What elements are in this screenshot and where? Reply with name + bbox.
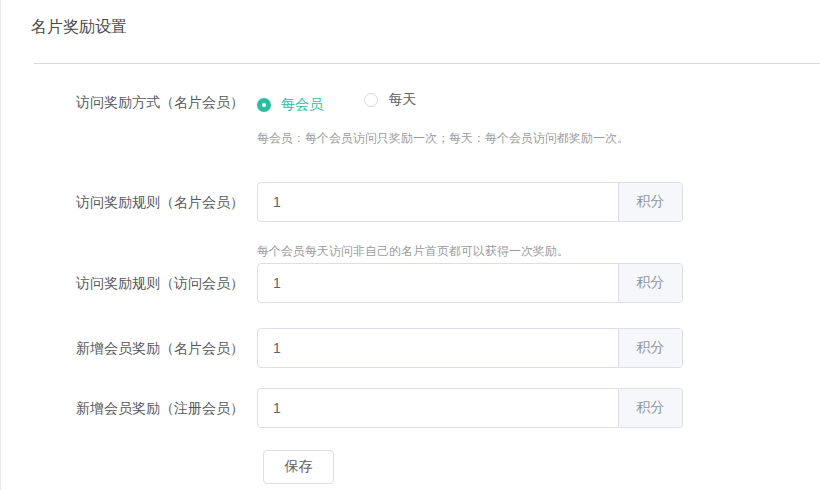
visit-reward-rule-helper-text: 每个会员每天访问非自己的名片首页都可以获得一次奖励。 [257, 243, 820, 259]
radio-unselected-icon [364, 93, 378, 107]
radio-per-member[interactable]: 每会员 [257, 96, 323, 114]
points-input-group: 积分 [257, 328, 683, 368]
reward-mode-helper-text: 每会员：每个会员访问只奖励一次；每天：每个会员访问都奖励一次。 [257, 130, 820, 146]
visit-reward-rule-visitor-input[interactable] [258, 264, 618, 302]
points-unit-append: 积分 [618, 389, 682, 427]
divider [34, 63, 820, 64]
form-row-new-member-reward-card: 新增会员奖励（名片会员） 积分 [31, 328, 820, 368]
points-unit-append: 积分 [618, 264, 682, 302]
visit-reward-rule-visitor-label: 访问奖励规则（访问会员） [31, 273, 244, 293]
visit-reward-rule-card-label: 访问奖励规则（名片会员） [31, 192, 244, 212]
reward-settings-form: 访问奖励方式（名片会员） 每会员 每天 每会员：每个会员访问只奖励一次；每天：每… [31, 92, 820, 484]
button-row: 保存 [263, 450, 820, 484]
reward-mode-radio-group: 每会员 每天 [257, 91, 416, 114]
new-member-reward-card-label: 新增会员奖励（名片会员） [31, 338, 244, 358]
reward-settings-page: 名片奖励设置 访问奖励方式（名片会员） 每会员 每天 每会员：每个会员访问只奖励… [1, 0, 820, 490]
points-input-group: 积分 [257, 388, 683, 428]
points-unit-append: 积分 [618, 329, 682, 367]
radio-per-day[interactable]: 每天 [364, 91, 416, 109]
new-member-reward-card-input[interactable] [258, 329, 618, 367]
form-row-visit-reward-rule-card: 访问奖励规则（名片会员） 积分 [31, 182, 820, 222]
points-input-group: 积分 [257, 182, 683, 222]
form-row-visit-reward-rule-visitor: 访问奖励规则（访问会员） 积分 [31, 263, 820, 303]
points-input-group: 积分 [257, 263, 683, 303]
radio-selected-icon [257, 98, 271, 112]
visit-reward-mode-label: 访问奖励方式（名片会员） [31, 92, 244, 112]
new-member-reward-register-label: 新增会员奖励（注册会员） [31, 398, 244, 418]
form-row-visit-reward-mode: 访问奖励方式（名片会员） 每会员 每天 [31, 92, 820, 112]
save-button[interactable]: 保存 [263, 450, 334, 484]
points-unit-append: 积分 [618, 183, 682, 221]
visit-reward-rule-card-input[interactable] [258, 183, 618, 221]
new-member-reward-register-input[interactable] [258, 389, 618, 427]
radio-per-day-label: 每天 [388, 91, 416, 109]
page-title: 名片奖励设置 [31, 17, 820, 37]
radio-per-member-label: 每会员 [281, 96, 323, 114]
form-row-new-member-reward-register: 新增会员奖励（注册会员） 积分 [31, 388, 820, 428]
